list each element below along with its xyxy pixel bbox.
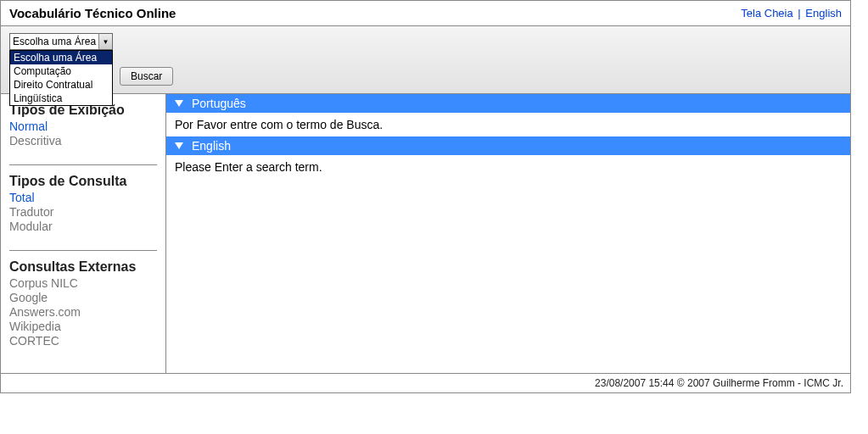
en-message: Please Enter a search term. [166,155,850,179]
sb-section-consulta: Tipos de Consulta Total Tradutor Modular [9,174,157,233]
page-title: Vocabulário Técnico Online [9,6,176,20]
pt-message: Por Favor entre com o termo de Busca. [166,113,850,136]
area-dropdown: Escolha uma Área Computação Direito Cont… [9,50,113,106]
area-option-0[interactable]: Escolha uma Área [10,51,112,64]
divider [9,164,157,165]
consulta-heading: Tipos de Consulta [9,174,157,189]
sidebar-item-answers[interactable]: Answers.com [9,305,157,319]
toolbar: ▼ Escolha uma Área Computação Direito Co… [1,26,850,94]
area-option-2[interactable]: Direito Contratual [10,78,112,92]
sidebar-item-descritiva[interactable]: Descritiva [9,134,157,147]
footer: 23/08/2007 15:44 © 2007 Guilherme Fromm … [1,373,850,392]
search-button[interactable]: Buscar [120,67,173,86]
area-select-wrap: ▼ [9,33,113,50]
main: Português Por Favor entre com o termo de… [166,94,850,373]
english-link[interactable]: English [805,7,842,19]
sidebar: Tipos de Exibição Normal Descritiva Tipo… [1,94,166,373]
divider [9,250,157,251]
sb-section-exibicao: Tipos de Exibição Normal Descritiva [9,103,157,147]
sidebar-item-tradutor[interactable]: Tradutor [9,205,157,219]
chevron-down-icon [175,100,183,107]
header: Vocabulário Técnico Online Tela Cheia | … [1,1,850,26]
app-window: Vocabulário Técnico Online Tela Cheia | … [0,0,851,393]
lang-bar-en[interactable]: English [166,136,850,155]
chevron-down-icon [175,142,183,149]
lang-label-pt: Português [192,97,246,110]
lang-label-en: English [192,139,231,153]
body: Tipos de Exibição Normal Descritiva Tipo… [1,94,850,373]
area-select[interactable] [9,33,113,50]
lang-bar-pt[interactable]: Português [166,94,850,113]
sidebar-item-total[interactable]: Total [9,191,157,204]
separator: | [796,7,802,19]
sidebar-item-corpus-nilc[interactable]: Corpus NILC [9,276,157,290]
externas-heading: Consultas Externas [9,259,157,275]
sidebar-item-google[interactable]: Google [9,291,157,304]
area-option-3[interactable]: Lingüística [10,92,112,105]
sidebar-item-wikipedia[interactable]: Wikipedia [9,320,157,333]
sidebar-item-cortec[interactable]: CORTEC [9,334,157,348]
sidebar-item-modular[interactable]: Modular [9,220,157,233]
area-option-1[interactable]: Computação [10,64,112,78]
top-links: Tela Cheia | English [741,7,842,19]
sb-section-externas: Consultas Externas Corpus NILC Google An… [9,259,157,348]
sidebar-item-normal[interactable]: Normal [9,120,157,133]
fullscreen-link[interactable]: Tela Cheia [741,7,792,19]
